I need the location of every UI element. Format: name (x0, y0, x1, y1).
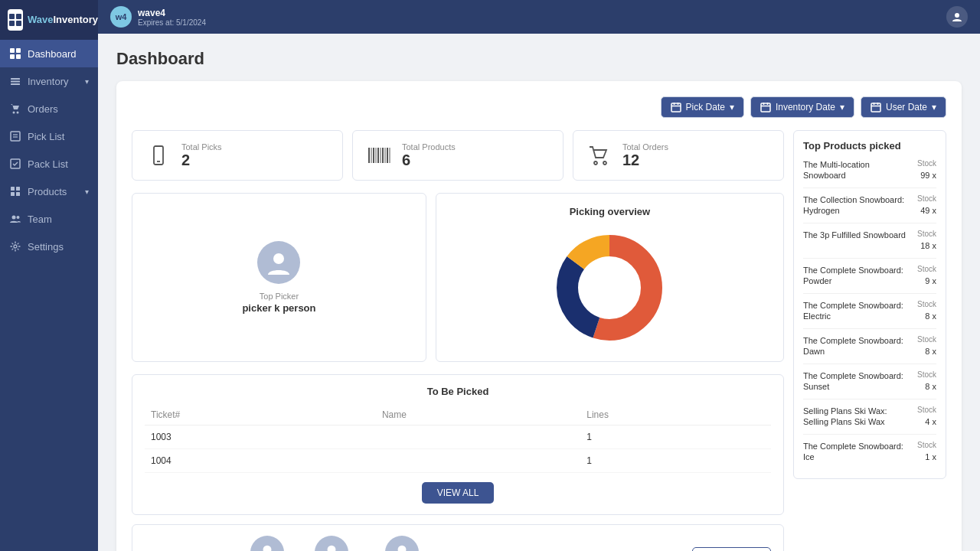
inventory-date-filter[interactable]: Inventory Date ▾ (750, 96, 854, 118)
stock-value: 8 x (925, 382, 936, 391)
total-products-label: Total Products (402, 142, 456, 152)
user-date-label: User Date (886, 102, 927, 112)
product-name: The Multi-location Snowboard (803, 159, 911, 181)
user-menu-icon[interactable] (946, 6, 968, 28)
svg-point-58 (397, 546, 406, 551)
topbar-user: w4 wave4 Expires at: 5/1/2024 (110, 6, 206, 28)
svg-point-11 (13, 112, 15, 114)
sidebar-item-dashboard[interactable]: Dashboard (0, 40, 98, 67)
page-title: Dashboard (116, 49, 962, 69)
view-all-picks-button[interactable]: VIEW ALL (422, 482, 495, 504)
currently-picking-users: andy4 Johnsonpicker k personpicker shop … (241, 536, 692, 551)
product-name: The Complete Snowboard: Powder (803, 265, 911, 287)
pick-date-chevron: ▾ (730, 102, 734, 112)
left-content: Total Picks 2 (132, 130, 784, 551)
view-all-pickers-button[interactable]: → VIEW ALL (692, 547, 771, 552)
top-products-title: Top Products picked (803, 140, 936, 152)
top-products-card: Top Products picked The Multi-location S… (793, 130, 946, 479)
list-item: picker shop person (370, 536, 435, 551)
sidebar-item-inventory[interactable]: Inventory ▾ (0, 67, 98, 95)
sidebar-item-packlist[interactable]: Pack List (0, 150, 98, 178)
to-be-picked-card: To Be Picked Ticket# Name Lines 10031100… (132, 374, 784, 515)
svg-rect-17 (11, 187, 15, 191)
svg-point-56 (263, 546, 271, 551)
col-lines: Lines (580, 405, 771, 425)
topbar: w4 wave4 Expires at: 5/1/2024 (98, 0, 980, 34)
table-row: 10031 (145, 425, 771, 449)
col-name: Name (376, 405, 580, 425)
inventory-icon (9, 75, 21, 87)
middle-row: Top Picker picker k person Picking overv… (132, 193, 784, 362)
settings-icon (9, 240, 21, 253)
list-item: The Collection Snowboard: HydrogenStock4… (803, 194, 936, 223)
svg-rect-8 (11, 78, 20, 80)
page-content: Dashboard Pick Date ▾ Inventory Date ▾ U… (98, 34, 980, 551)
app-name: WaveInventory (28, 14, 98, 26)
inventory-date-chevron: ▾ (840, 102, 844, 112)
svg-rect-2 (9, 21, 15, 26)
svg-point-55 (580, 259, 639, 317)
total-orders-label: Total Orders (622, 142, 668, 152)
stock-label: Stock (917, 265, 936, 273)
product-name: The Complete Snowboard: Electric (803, 300, 911, 322)
sidebar: WaveInventory Dashboard Inventory ▾ Orde… (0, 0, 98, 551)
svg-rect-19 (11, 192, 15, 196)
user-date-filter[interactable]: User Date ▾ (861, 96, 946, 118)
team-icon (9, 213, 21, 225)
svg-rect-20 (16, 192, 20, 196)
phone-icon (145, 142, 172, 169)
svg-point-49 (594, 161, 597, 165)
svg-point-21 (12, 216, 16, 220)
product-name: The Complete Snowboard: Ice (803, 441, 911, 463)
packlist-icon (9, 158, 21, 170)
svg-rect-5 (16, 48, 21, 53)
top-picker-card: Top Picker picker k person (132, 193, 426, 362)
sidebar-label-products: Products (28, 186, 67, 197)
stock-label: Stock (917, 335, 936, 344)
pick-date-filter[interactable]: Pick Date ▾ (661, 96, 744, 118)
sidebar-label-orders: Orders (28, 103, 58, 115)
stock-label: Stock (917, 406, 936, 414)
stats-row: Total Picks 2 (132, 130, 784, 181)
product-name: The Complete Snowboard: Sunset (803, 370, 911, 393)
to-be-picked-title: To Be Picked (145, 386, 771, 397)
stock-value: 8 x (925, 311, 936, 321)
svg-rect-9 (11, 81, 20, 83)
top-products-list: The Multi-location SnowboardStock99 xThe… (803, 159, 936, 469)
stock-value: 49 x (920, 206, 936, 215)
stock-value: 1 x (925, 452, 936, 461)
stock-value: 4 x (925, 417, 936, 426)
name-cell (376, 425, 580, 449)
list-item: picker k person (305, 536, 358, 551)
svg-rect-1 (16, 14, 21, 19)
total-products-value: 6 (402, 152, 456, 169)
user-expires: Expires at: 5/1/2024 (138, 18, 206, 27)
list-item: andy4 Johnson (241, 536, 293, 551)
sidebar-label-inventory: Inventory (28, 76, 68, 87)
stat-total-orders: Total Orders 12 (573, 130, 784, 181)
sidebar-label-picklist: Pick List (28, 131, 64, 142)
sidebar-item-settings[interactable]: Settings (0, 233, 98, 260)
table-row: 10041 (145, 449, 771, 473)
filter-row: Pick Date ▾ Inventory Date ▾ User Date ▾ (132, 96, 946, 118)
product-name: The 3p Fulfilled Snowboard (803, 230, 911, 240)
svg-rect-33 (871, 103, 880, 112)
sidebar-item-products[interactable]: Products ▾ (0, 178, 98, 205)
sidebar-item-orders[interactable]: Orders (0, 95, 98, 122)
list-item: The 3p Fulfilled SnowboardStock18 x (803, 230, 936, 259)
dashboard-card: Pick Date ▾ Inventory Date ▾ User Date ▾ (116, 81, 962, 551)
user-avatar (250, 536, 284, 551)
svg-rect-3 (16, 21, 21, 26)
list-item: The Multi-location SnowboardStock99 x (803, 159, 936, 188)
col-ticket: Ticket# (145, 405, 376, 425)
sidebar-item-team[interactable]: Team (0, 205, 98, 233)
svg-point-23 (14, 245, 17, 248)
top-products-panel: Top Products picked The Multi-location S… (793, 130, 946, 551)
pick-table: Ticket# Name Lines 1003110041 (145, 405, 771, 473)
product-name: Selling Plans Ski Wax: Selling Plans Ski… (803, 406, 911, 428)
list-item: The Complete Snowboard: SunsetStock8 x (803, 370, 936, 399)
svg-rect-6 (10, 54, 15, 59)
sidebar-item-picklist[interactable]: Pick List (0, 122, 98, 150)
svg-point-57 (327, 546, 335, 551)
barcode-icon (365, 142, 393, 169)
